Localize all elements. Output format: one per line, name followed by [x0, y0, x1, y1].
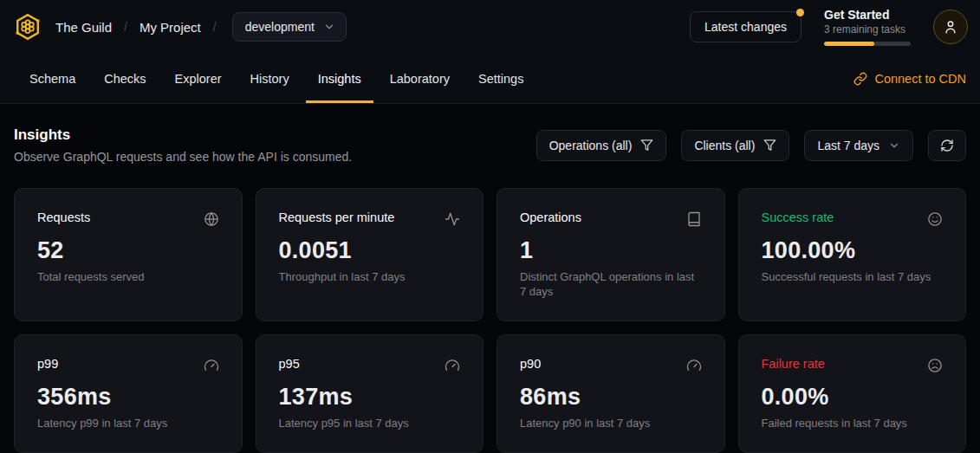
- hexagon-logo-icon: [13, 12, 42, 42]
- stat-card-operations: Operations 1 Distinct GraphQL operations…: [496, 188, 725, 321]
- latest-changes-label: Latest changes: [704, 20, 787, 34]
- header-right: Latest changes Get Started 3 remaining t…: [690, 8, 968, 46]
- refresh-icon: [940, 139, 954, 152]
- card-subtitle: Latency p90 in last 7 days: [520, 417, 702, 431]
- target-selector[interactable]: development: [232, 12, 347, 42]
- guild-logo[interactable]: [12, 11, 43, 42]
- smile-icon: [927, 211, 943, 227]
- stat-card-requests-per-minute: Requests per minute 0.0051 Throughput in…: [256, 188, 484, 321]
- top-header: The Guild / My Project / development Lat…: [0, 0, 980, 54]
- get-started-progress-fill: [824, 42, 874, 46]
- card-title: p99: [37, 357, 58, 371]
- tab-laboratory[interactable]: Laboratory: [378, 54, 462, 103]
- stat-card-p95: p95 137ms Latency p95 in last 7 days: [256, 334, 484, 453]
- card-subtitle: Latency p95 in last 7 days: [279, 417, 461, 431]
- get-started-remaining: 3 remaining tasks: [824, 23, 911, 36]
- card-subtitle: Successful requests in last 7 days: [762, 270, 944, 285]
- notification-dot: [796, 9, 804, 16]
- stat-card-p99: p99 356ms Latency p99 in last 7 days: [14, 334, 243, 453]
- gauge-icon: [204, 358, 219, 373]
- stat-card-failure-rate: Failure rate 0.00% Failed requests in la…: [738, 334, 967, 453]
- card-subtitle: Total requests served: [37, 270, 219, 285]
- card-subtitle: Throughput in last 7 days: [279, 270, 461, 285]
- filter-icon: [763, 139, 776, 152]
- latest-changes-button[interactable]: Latest changes: [690, 11, 802, 42]
- globe-icon: [204, 211, 219, 227]
- page-head-text: Insights Observe GraphQL requests and se…: [14, 126, 352, 164]
- date-range-label: Last 7 days: [817, 139, 879, 152]
- get-started-title: Get Started: [824, 8, 911, 22]
- page-head: Insights Observe GraphQL requests and se…: [0, 104, 980, 164]
- card-subtitle: Distinct GraphQL operations in last 7 da…: [520, 270, 702, 300]
- clients-filter-label: Clients (all): [694, 139, 755, 152]
- chevron-down-icon: [888, 139, 900, 152]
- operations-filter-label: Operations (all): [549, 139, 633, 152]
- header-left: The Guild / My Project / development: [12, 11, 347, 42]
- tab-explorer[interactable]: Explorer: [163, 54, 234, 103]
- tab-list: Schema Checks Explorer History Insights …: [17, 54, 540, 103]
- card-value: 0.00%: [762, 384, 944, 411]
- breadcrumb-org[interactable]: The Guild: [55, 20, 112, 35]
- tab-schema[interactable]: Schema: [17, 54, 88, 103]
- card-title: p95: [279, 357, 300, 371]
- date-range-select[interactable]: Last 7 days: [804, 130, 913, 161]
- operations-filter-button[interactable]: Operations (all): [536, 130, 667, 161]
- card-title: Requests per minute: [279, 210, 395, 224]
- stat-card-requests: Requests 52 Total requests served: [14, 188, 243, 321]
- page-title: Insights: [14, 126, 352, 144]
- target-selector-value: development: [245, 20, 315, 34]
- book-icon: [686, 211, 702, 227]
- card-title: Requests: [37, 210, 90, 224]
- breadcrumb-separator: /: [124, 20, 127, 34]
- breadcrumb-separator: /: [213, 20, 217, 34]
- clients-filter-button[interactable]: Clients (all): [681, 130, 789, 161]
- gauge-icon: [686, 358, 702, 373]
- card-value: 356ms: [37, 384, 219, 411]
- filter-icon: [640, 139, 653, 152]
- card-subtitle: Failed requests in last 7 days: [762, 417, 944, 431]
- tab-history[interactable]: History: [238, 54, 302, 103]
- breadcrumb: The Guild / My Project / development: [55, 12, 347, 42]
- stat-card-success-rate: Success rate 100.00% Successful requests…: [738, 188, 967, 321]
- frown-icon: [927, 358, 943, 373]
- tab-settings[interactable]: Settings: [466, 54, 535, 103]
- get-started-progress-track: [824, 42, 911, 46]
- card-subtitle: Latency p99 in last 7 days: [37, 417, 219, 431]
- connect-to-cdn-label: Connect to CDN: [874, 72, 966, 86]
- tab-insights[interactable]: Insights: [306, 54, 373, 103]
- connect-to-cdn-button[interactable]: Connect to CDN: [853, 72, 966, 86]
- page-subtitle: Observe GraphQL requests and see how the…: [14, 150, 352, 164]
- refresh-button[interactable]: [928, 130, 966, 161]
- filters-toolbar: Operations (all) Clients (all) Last 7 da…: [536, 130, 966, 161]
- activity-icon: [445, 211, 460, 227]
- insights-page: Insights Observe GraphQL requests and se…: [0, 104, 980, 453]
- gauge-icon: [445, 358, 460, 373]
- card-value: 100.00%: [762, 237, 944, 264]
- card-title: Success rate: [762, 210, 834, 224]
- card-value: 0.0051: [279, 237, 461, 264]
- card-value: 1: [520, 237, 702, 264]
- card-title: p90: [520, 357, 541, 371]
- card-title: Failure rate: [762, 357, 825, 371]
- card-title: Operations: [520, 210, 581, 224]
- breadcrumb-project[interactable]: My Project: [140, 20, 201, 35]
- link-icon: [853, 72, 867, 86]
- get-started-widget[interactable]: Get Started 3 remaining tasks: [824, 8, 911, 46]
- user-icon: [943, 19, 958, 35]
- main-nav: Schema Checks Explorer History Insights …: [0, 54, 980, 104]
- card-value: 137ms: [279, 384, 461, 411]
- stats-grid: Requests 52 Total requests served Reques…: [14, 188, 966, 453]
- chevron-down-icon: [323, 21, 335, 33]
- tab-checks[interactable]: Checks: [92, 54, 158, 103]
- avatar[interactable]: [933, 10, 968, 44]
- stat-card-p90: p90 86ms Latency p90 in last 7 days: [496, 334, 725, 453]
- card-value: 86ms: [520, 384, 702, 411]
- card-value: 52: [37, 237, 219, 264]
